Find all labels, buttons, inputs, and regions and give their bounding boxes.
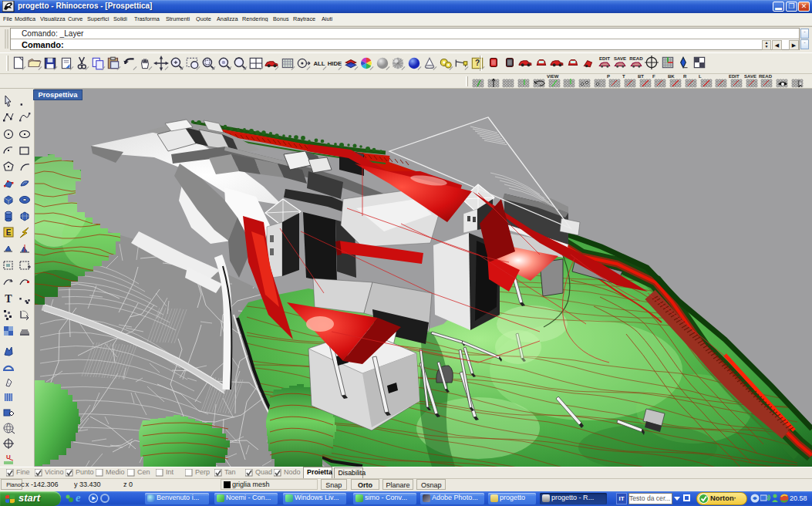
svg-text:ALL: ALL	[313, 60, 325, 67]
svg-text:T: T	[5, 293, 12, 305]
svg-text:?: ?	[474, 59, 479, 67]
svg-text:EDIT: EDIT	[599, 56, 610, 61]
svg-text:READ: READ	[629, 56, 643, 61]
svg-text:E: E	[6, 228, 12, 237]
svg-text:HIDE: HIDE	[328, 60, 342, 67]
svg-text:SAVE: SAVE	[614, 56, 626, 61]
